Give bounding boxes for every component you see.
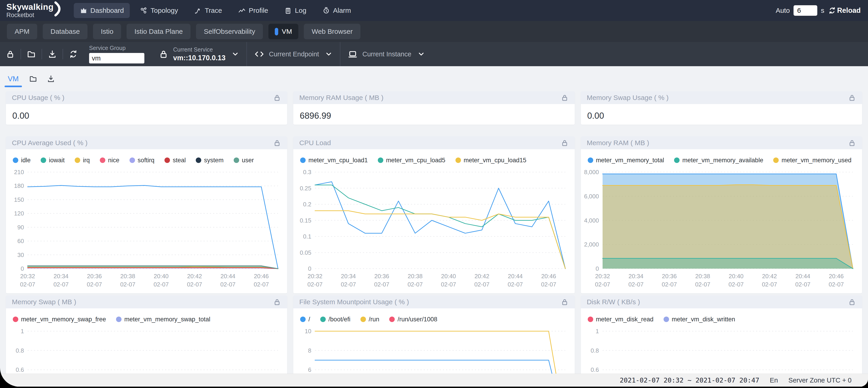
reload-icon xyxy=(828,6,836,14)
tab-istio[interactable]: Istio xyxy=(93,24,121,39)
tab-apm[interactable]: APM xyxy=(7,24,37,39)
svg-text:4,000: 4,000 xyxy=(584,217,599,224)
tab-selfobservability[interactable]: SelfObservability xyxy=(196,24,263,39)
chart-legend: meter_vm_memory_totalmeter_vm_memory_ava… xyxy=(581,149,862,166)
lock-dashboard-button[interactable] xyxy=(0,49,21,59)
legend-dot xyxy=(116,317,122,322)
legend-item[interactable]: / xyxy=(300,316,310,323)
svg-text:02-07: 02-07 xyxy=(254,281,269,288)
legend-item[interactable]: meter_vm_cpu_load5 xyxy=(378,157,445,164)
legend-item[interactable]: meter_vm_memory_swap_total xyxy=(116,316,210,323)
skywalking-logo: Skywalking Rocketbot xyxy=(6,3,63,18)
refresh-templates-button[interactable] xyxy=(63,49,84,59)
legend-item[interactable]: nice xyxy=(100,157,120,164)
lock-icon[interactable] xyxy=(273,139,281,147)
main-nav: Dashboard Topology Trace Profile Log Ala… xyxy=(74,3,357,18)
legend-item[interactable]: /run xyxy=(361,316,379,323)
legend-item[interactable]: /run/user/1008 xyxy=(389,316,437,323)
lock-icon[interactable] xyxy=(848,298,856,306)
current-service-selector[interactable]: Current Service vm::10.170.0.13 xyxy=(151,46,246,62)
lock-icon[interactable] xyxy=(848,94,856,102)
svg-text:0.25: 0.25 xyxy=(300,185,312,192)
svg-text:20:40: 20:40 xyxy=(154,273,168,280)
legend-item[interactable]: meter_vm_cpu_load15 xyxy=(456,157,527,164)
lock-icon[interactable] xyxy=(561,139,569,147)
page-tab-vm[interactable]: VM xyxy=(7,69,20,89)
svg-text:0.2: 0.2 xyxy=(303,201,311,208)
service-group-input[interactable] xyxy=(89,53,144,63)
legend-dot xyxy=(164,158,170,163)
time-range[interactable]: 2021-02-07 20:32 ~ 2021-02-07 20:47 xyxy=(620,376,759,384)
nav-item-log[interactable]: Log xyxy=(278,3,312,18)
tab-label: Web Browser xyxy=(312,28,353,35)
legend-item[interactable]: meter_vm_disk_written xyxy=(663,316,735,323)
logo-title: Skywalking xyxy=(6,3,54,11)
svg-text:1: 1 xyxy=(595,328,599,334)
dashboard-content: VM CPU Usage ( % )0.00Memory RAM Usage (… xyxy=(0,66,868,387)
nav-item-profile[interactable]: Profile xyxy=(232,3,274,18)
alarm-icon xyxy=(322,7,330,14)
legend-item[interactable]: steal xyxy=(164,157,186,164)
svg-text:30: 30 xyxy=(18,252,24,258)
card-title: Memory Swap ( MB ) xyxy=(12,298,76,306)
legend-dot xyxy=(588,158,593,163)
svg-text:02-07: 02-07 xyxy=(795,281,810,288)
svg-text:20:38: 20:38 xyxy=(120,273,135,280)
card-file-system-mountpoint-usage: File System Mountpoint Usage ( % )//boot… xyxy=(293,296,575,387)
svg-text:20:42: 20:42 xyxy=(474,273,489,280)
nav-label: Dashboard xyxy=(90,7,124,14)
nav-item-topology[interactable]: Topology xyxy=(134,3,184,18)
svg-text:0: 0 xyxy=(21,265,24,272)
tab-label: VM xyxy=(282,28,292,35)
legend-item[interactable]: irq xyxy=(75,157,90,164)
tab-database[interactable]: Database xyxy=(43,24,88,39)
svg-text:0.6: 0.6 xyxy=(16,366,24,373)
language-toggle[interactable]: En xyxy=(770,377,778,384)
legend-item[interactable]: meter_vm_disk_read xyxy=(588,316,653,323)
legend-item[interactable]: iowait xyxy=(41,157,65,164)
legend-item[interactable]: system xyxy=(196,157,224,164)
lock-icon[interactable] xyxy=(848,139,856,147)
card-title: Memory RAM ( MB ) xyxy=(587,139,649,147)
legend-item[interactable]: meter_vm_memory_total xyxy=(588,157,664,164)
download-icon[interactable] xyxy=(46,74,55,83)
legend-item[interactable]: user xyxy=(234,157,254,164)
lock-icon[interactable] xyxy=(273,298,281,306)
import-template-button[interactable] xyxy=(21,49,41,59)
nav-item-dashboard[interactable]: Dashboard xyxy=(74,3,130,18)
footer-bar: 2021-02-07 20:32 ~ 2021-02-07 20:47 En S… xyxy=(0,374,868,387)
tab-istio-data-plane[interactable]: Istio Data Plane xyxy=(127,24,190,39)
legend-label: nice xyxy=(108,157,120,164)
lock-icon[interactable] xyxy=(561,94,569,102)
folder-icon[interactable] xyxy=(29,74,37,83)
svg-text:20:46: 20:46 xyxy=(541,273,556,280)
tab-web-browser[interactable]: Web Browser xyxy=(304,24,361,39)
svg-text:02-07: 02-07 xyxy=(187,281,202,288)
legend-item[interactable]: meter_vm_memory_swap_free xyxy=(13,316,106,323)
svg-text:02-07: 02-07 xyxy=(441,281,456,288)
legend-item[interactable]: meter_vm_memory_used xyxy=(773,157,851,164)
legend-item[interactable]: idle xyxy=(13,157,31,164)
current-endpoint-selector[interactable]: Current Endpoint xyxy=(247,49,340,59)
legend-item[interactable]: meter_vm_memory_available xyxy=(674,157,763,164)
current-instance-selector[interactable]: Current Instance xyxy=(340,49,432,59)
legend-dot xyxy=(13,158,18,163)
legend-item[interactable]: /boot/efi xyxy=(320,316,350,323)
nav-label: Trace xyxy=(205,7,222,14)
tab-vm[interactable]: VM xyxy=(269,24,298,39)
auto-interval-input[interactable] xyxy=(794,5,817,16)
nav-label: Log xyxy=(295,7,306,14)
lock-icon[interactable] xyxy=(561,298,569,306)
nav-item-trace[interactable]: Trace xyxy=(188,3,228,18)
header-right-controls: Auto s Reload xyxy=(776,5,861,16)
server-zone[interactable]: Server Zone UTC + 0 xyxy=(788,377,851,384)
export-template-button[interactable] xyxy=(42,49,63,59)
reload-button[interactable]: Reload xyxy=(828,6,861,14)
current-service-value: vm::10.170.0.13 xyxy=(173,54,225,62)
legend-item[interactable]: meter_vm_cpu_load1 xyxy=(300,157,368,164)
lock-icon xyxy=(5,49,15,59)
lock-icon[interactable] xyxy=(273,94,281,102)
metrics-row-top: CPU Usage ( % )0.00Memory RAM Usage ( MB… xyxy=(6,91,862,125)
nav-item-alarm[interactable]: Alarm xyxy=(316,3,357,18)
legend-item[interactable]: softirq xyxy=(129,157,155,164)
